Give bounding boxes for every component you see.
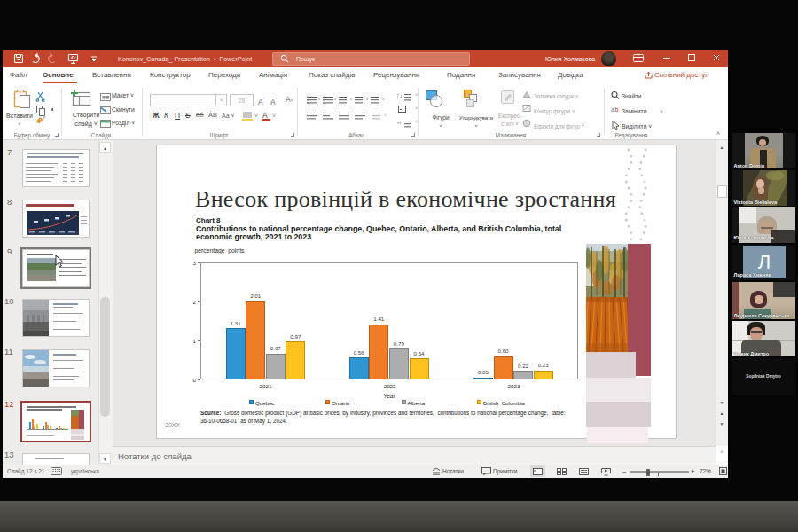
- svg-text:a: a: [611, 106, 614, 113]
- svg-text:b: b: [615, 106, 619, 113]
